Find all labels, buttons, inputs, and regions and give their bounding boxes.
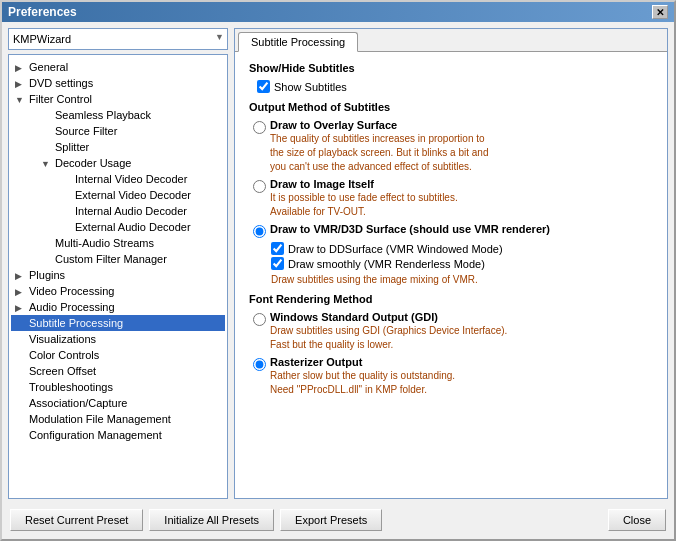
tree-panel: ▶General ▶DVD settings ▼Filter Control S… [8, 54, 228, 499]
tree-item-multi-audio[interactable]: Multi-Audio Streams [11, 235, 225, 251]
reset-button[interactable]: Reset Current Preset [10, 509, 143, 531]
tree-item-plugins[interactable]: ▶Plugins [11, 267, 225, 283]
window-body: KMPWizard ▶General ▶DVD settings ▼Filter… [2, 22, 674, 539]
tree-item-internal-video[interactable]: Internal Video Decoder [11, 171, 225, 187]
tree-item-filter-control[interactable]: ▼Filter Control [11, 91, 225, 107]
vmr-label: Draw to VMR/D3D Surface (should use VMR … [270, 223, 550, 235]
tree-item-color-controls[interactable]: Color Controls [11, 347, 225, 363]
tree-item-video-processing[interactable]: ▶Video Processing [11, 283, 225, 299]
tree-item-dvd-settings[interactable]: ▶DVD settings [11, 75, 225, 91]
font-rendering-title: Font Rendering Method [249, 293, 653, 305]
overlay-desc: The quality of subtitles increases in pr… [270, 132, 488, 174]
ddsurface-checkbox[interactable] [271, 242, 284, 255]
rasterizer-label: Rasterizer Output [270, 356, 455, 368]
tree-item-custom-filter[interactable]: Custom Filter Manager [11, 251, 225, 267]
expander-vp: ▶ [15, 287, 29, 297]
bottom-bar: Reset Current Preset Initialize All Pres… [8, 505, 668, 533]
tab-content: Show/Hide Subtitles Show Subtitles Outpu… [235, 52, 667, 498]
ddsurface-row: Draw to DDSurface (VMR Windowed Mode) [271, 242, 653, 255]
rasterizer-desc: Rather slow but the quality is outstandi… [270, 369, 455, 397]
ddsurface-label: Draw to DDSurface (VMR Windowed Mode) [288, 243, 503, 255]
initialize-button[interactable]: Initialize All Presets [149, 509, 274, 531]
show-subtitles-label: Show Subtitles [274, 81, 347, 93]
vmr-options: Draw to DDSurface (VMR Windowed Mode) Dr… [271, 242, 653, 270]
rasterizer-radio[interactable] [253, 358, 266, 371]
gdi-radio[interactable] [253, 313, 266, 326]
tree-item-configuration[interactable]: Configuration Management [11, 427, 225, 443]
image-label-block: Draw to Image Itself It is possible to u… [270, 178, 458, 219]
draw-smoothly-row: Draw smoothly (VMR Renderless Mode) [271, 257, 653, 270]
vmr-radio-row: Draw to VMR/D3D Surface (should use VMR … [253, 223, 653, 238]
window-title: Preferences [8, 5, 77, 19]
tab-label: Subtitle Processing [251, 36, 345, 48]
image-radio-row: Draw to Image Itself It is possible to u… [253, 178, 653, 219]
tree-item-external-video[interactable]: External Video Decoder [11, 187, 225, 203]
overlay-label-block: Draw to Overlay Surface The quality of s… [270, 119, 488, 174]
main-content: KMPWizard ▶General ▶DVD settings ▼Filter… [8, 28, 668, 499]
expander-decoder: ▼ [41, 159, 55, 169]
overlay-radio-row: Draw to Overlay Surface The quality of s… [253, 119, 653, 174]
image-desc: It is possible to use fade effect to sub… [270, 191, 458, 219]
gdi-label-block: Windows Standard Output (GDI) Draw subti… [270, 311, 507, 352]
expander-ap: ▶ [15, 303, 29, 313]
expander-dvd: ▶ [15, 79, 29, 89]
tree-item-source-filter[interactable]: Source Filter [11, 123, 225, 139]
tree-item-visualizations[interactable]: Visualizations [11, 331, 225, 347]
gdi-label: Windows Standard Output (GDI) [270, 311, 507, 323]
btn-group-left: Reset Current Preset Initialize All Pres… [10, 509, 382, 531]
tree-item-troubleshootings[interactable]: Troubleshootings [11, 379, 225, 395]
image-radio[interactable] [253, 180, 266, 193]
tree-item-modulation[interactable]: Modulation File Management [11, 411, 225, 427]
tree-item-decoder-usage[interactable]: ▼Decoder Usage [11, 155, 225, 171]
vmr-label-block: Draw to VMR/D3D Surface (should use VMR … [270, 223, 550, 235]
expander-plugins: ▶ [15, 271, 29, 281]
rasterizer-radio-row: Rasterizer Output Rather slow but the qu… [253, 356, 653, 397]
tree-item-audio-processing[interactable]: ▶Audio Processing [11, 299, 225, 315]
show-subtitles-checkbox[interactable] [257, 80, 270, 93]
export-button[interactable]: Export Presets [280, 509, 382, 531]
gdi-radio-row: Windows Standard Output (GDI) Draw subti… [253, 311, 653, 352]
tree-item-internal-audio[interactable]: Internal Audio Decoder [11, 203, 225, 219]
close-window-button[interactable]: ✕ [652, 5, 668, 19]
vmr-note: Draw subtitles using the image mixing of… [271, 274, 653, 285]
preferences-window: Preferences ✕ KMPWizard ▶General ▶DVD se… [0, 0, 676, 541]
tree-item-association[interactable]: Association/Capture [11, 395, 225, 411]
expander-filter-control: ▼ [15, 95, 29, 105]
gdi-desc: Draw subtitles using GDI (Graphics Devic… [270, 324, 507, 352]
overlay-label: Draw to Overlay Surface [270, 119, 488, 131]
close-button[interactable]: Close [608, 509, 666, 531]
overlay-radio[interactable] [253, 121, 266, 134]
draw-smoothly-checkbox[interactable] [271, 257, 284, 270]
tree-item-subtitle-processing[interactable]: Subtitle Processing [11, 315, 225, 331]
tree-item-splitter[interactable]: Splitter [11, 139, 225, 155]
image-label: Draw to Image Itself [270, 178, 458, 190]
show-subtitles-row: Show Subtitles [257, 80, 653, 93]
vmr-radio[interactable] [253, 225, 266, 238]
draw-smoothly-label: Draw smoothly (VMR Renderless Mode) [288, 258, 485, 270]
tab-bar: Subtitle Processing [235, 29, 667, 52]
profile-select[interactable]: KMPWizard [8, 28, 228, 50]
profile-select-wrapper: KMPWizard [8, 28, 228, 50]
tree-item-external-audio[interactable]: External Audio Decoder [11, 219, 225, 235]
title-bar: Preferences ✕ [2, 2, 674, 22]
expander-general: ▶ [15, 63, 29, 73]
left-panel: KMPWizard ▶General ▶DVD settings ▼Filter… [8, 28, 228, 499]
show-hide-title: Show/Hide Subtitles [249, 62, 653, 74]
tree-item-seamless-playback[interactable]: Seamless Playback [11, 107, 225, 123]
right-panel: Subtitle Processing Show/Hide Subtitles … [234, 28, 668, 499]
tree-item-screen-offset[interactable]: Screen Offset [11, 363, 225, 379]
output-method-title: Output Method of Subtitles [249, 101, 653, 113]
tree-item-general[interactable]: ▶General [11, 59, 225, 75]
tab-subtitle-processing[interactable]: Subtitle Processing [238, 32, 358, 52]
rasterizer-label-block: Rasterizer Output Rather slow but the qu… [270, 356, 455, 397]
